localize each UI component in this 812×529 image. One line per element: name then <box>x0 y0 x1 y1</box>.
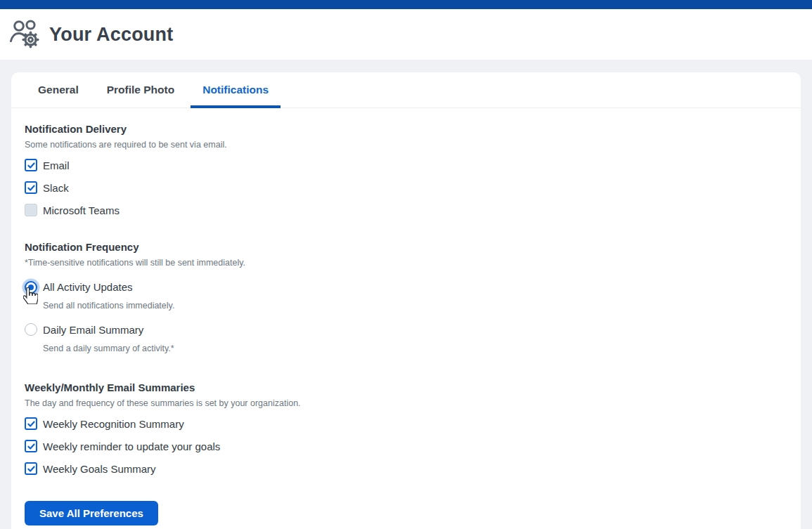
radio-wrap <box>25 280 37 293</box>
tab-content: Notification Delivery Some notifications… <box>11 108 801 529</box>
radio-description: Send a daily summary of activity.* <box>43 344 787 353</box>
checkbox-label: Slack <box>43 182 69 194</box>
checkbox-label: Weekly Goals Summary <box>43 463 156 475</box>
section-notification-frequency: Notification Frequency *Time-sensitive n… <box>25 241 787 353</box>
radio-row-daily-email-summary[interactable]: Daily Email Summary <box>25 322 143 337</box>
checkbox-weekly-recognition-summary[interactable] <box>25 417 37 430</box>
radio-label: Daily Email Summary <box>43 324 143 336</box>
section-help-text: Some notifications are required to be se… <box>25 140 787 150</box>
page-header: Your Account <box>0 9 812 60</box>
tab-bar: General Profile Photo Notifications <box>11 72 801 108</box>
checkbox-weekly-goals-summary[interactable] <box>25 462 37 475</box>
section-heading: Weekly/Monthly Email Summaries <box>25 381 787 393</box>
radio-daily-email-summary[interactable] <box>25 323 37 336</box>
radio-wrap <box>25 323 37 336</box>
tab-profile-photo[interactable]: Profile Photo <box>95 72 186 107</box>
save-all-preferences-button[interactable]: Save All Preferences <box>25 501 158 525</box>
checkbox-row-weekly-recognition-summary[interactable]: Weekly Recognition Summary <box>25 417 184 431</box>
section-notification-delivery: Notification Delivery Some notifications… <box>25 123 787 217</box>
checkbox-slack[interactable] <box>25 181 37 194</box>
checkbox-label: Weekly Recognition Summary <box>43 418 184 430</box>
tab-general[interactable]: General <box>26 72 91 107</box>
radio-description: Send all notifications immediately. <box>43 301 787 311</box>
radio-row-all-activity-updates[interactable]: All Activity Updates <box>25 279 133 294</box>
section-heading: Notification Frequency <box>25 241 787 253</box>
checkbox-microsoft-teams[interactable] <box>25 204 37 216</box>
checkbox-email[interactable] <box>25 159 37 171</box>
section-help-text: The day and frequency of these summaries… <box>25 398 787 408</box>
top-accent-bar <box>0 0 812 9</box>
checkbox-weekly-goals-reminder[interactable] <box>25 440 37 452</box>
section-help-text: *Time-sensitive notifications will still… <box>25 258 787 268</box>
radio-all-activity-updates[interactable] <box>25 281 37 294</box>
checkbox-label: Email <box>43 159 70 171</box>
checkbox-label: Weekly reminder to update your goals <box>43 440 220 452</box>
section-heading: Notification Delivery <box>25 123 787 135</box>
tab-notifications[interactable]: Notifications <box>191 72 281 107</box>
checkbox-row-weekly-goals-summary[interactable]: Weekly Goals Summary <box>25 462 156 476</box>
checkbox-row-email[interactable]: Email <box>25 158 70 172</box>
page-title: Your Account <box>49 24 173 46</box>
checkbox-label: Microsoft Teams <box>43 204 120 216</box>
checkbox-row-microsoft-teams[interactable]: Microsoft Teams <box>25 203 120 217</box>
checkbox-row-slack[interactable]: Slack <box>25 181 69 195</box>
account-settings-people-gear-icon <box>8 18 42 51</box>
radio-label: All Activity Updates <box>43 281 133 293</box>
account-settings-card: General Profile Photo Notifications Noti… <box>11 72 801 529</box>
section-email-summaries: Weekly/Monthly Email Summaries The day a… <box>25 381 787 476</box>
checkbox-row-weekly-goals-reminder[interactable]: Weekly reminder to update your goals <box>25 439 220 453</box>
